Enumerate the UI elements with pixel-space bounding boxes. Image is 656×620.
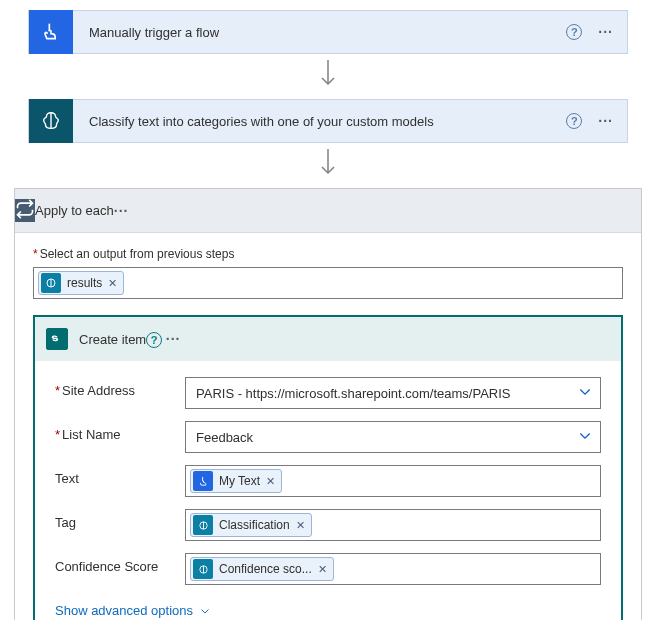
advanced-options-label: Show advanced options [55, 603, 193, 618]
token-confidence-score[interactable]: Confidence sco... ✕ [190, 557, 334, 581]
ai-builder-icon [193, 559, 213, 579]
arrow-down-icon [319, 149, 337, 180]
step-title: Manually trigger a flow [73, 25, 566, 40]
confidence-score-input[interactable]: Confidence sco... ✕ [185, 553, 601, 585]
token-classification[interactable]: Classification ✕ [190, 513, 312, 537]
create-item-header[interactable]: Create item ? ··· [35, 317, 621, 361]
step-card-apply-to-each: Apply to each ··· *Select an output from… [14, 188, 642, 620]
token-my-text[interactable]: My Text ✕ [190, 469, 282, 493]
help-icon[interactable]: ? [146, 332, 162, 348]
help-icon[interactable]: ? [566, 24, 582, 40]
help-icon[interactable]: ? [566, 113, 582, 129]
more-icon[interactable]: ··· [598, 113, 613, 129]
step-title: Create item [79, 332, 146, 347]
remove-token-icon[interactable]: ✕ [318, 563, 327, 576]
touch-icon [193, 471, 213, 491]
step-title: Apply to each [35, 203, 114, 218]
remove-token-icon[interactable]: ✕ [266, 475, 275, 488]
tag-input[interactable]: Classification ✕ [185, 509, 601, 541]
sharepoint-icon [35, 317, 79, 361]
text-label: Text [55, 465, 185, 486]
loop-icon [15, 199, 35, 222]
site-address-select[interactable] [185, 377, 601, 409]
token-label: results [67, 276, 102, 290]
step-card-manual-trigger[interactable]: Manually trigger a flow ? ··· [28, 10, 628, 54]
select-output-input[interactable]: results ✕ [33, 267, 623, 299]
step-card-create-item: Create item ? ··· *Site Address [33, 315, 623, 620]
token-label: Confidence sco... [219, 562, 312, 576]
text-input[interactable]: My Text ✕ [185, 465, 601, 497]
brain-icon [29, 99, 73, 143]
apply-to-each-header[interactable]: Apply to each ··· [15, 189, 641, 233]
token-results[interactable]: results ✕ [38, 271, 124, 295]
list-name-label: *List Name [55, 421, 185, 442]
chevron-down-icon [199, 605, 211, 617]
site-address-label: *Site Address [55, 377, 185, 398]
touch-icon [29, 10, 73, 54]
token-label: My Text [219, 474, 260, 488]
ai-builder-icon [41, 273, 61, 293]
more-icon[interactable]: ··· [114, 203, 129, 219]
remove-token-icon[interactable]: ✕ [296, 519, 305, 532]
select-output-label: *Select an output from previous steps [33, 247, 623, 261]
step-title: Classify text into categories with one o… [73, 114, 566, 129]
confidence-score-label: Confidence Score [55, 553, 185, 574]
more-icon[interactable]: ··· [598, 24, 613, 40]
show-advanced-options-link[interactable]: Show advanced options [55, 603, 211, 618]
arrow-down-icon [319, 60, 337, 91]
remove-token-icon[interactable]: ✕ [108, 277, 117, 290]
more-icon[interactable]: ··· [166, 331, 181, 347]
step-card-classify-text[interactable]: Classify text into categories with one o… [28, 99, 628, 143]
token-label: Classification [219, 518, 290, 532]
ai-builder-icon [193, 515, 213, 535]
list-name-select[interactable] [185, 421, 601, 453]
tag-label: Tag [55, 509, 185, 530]
